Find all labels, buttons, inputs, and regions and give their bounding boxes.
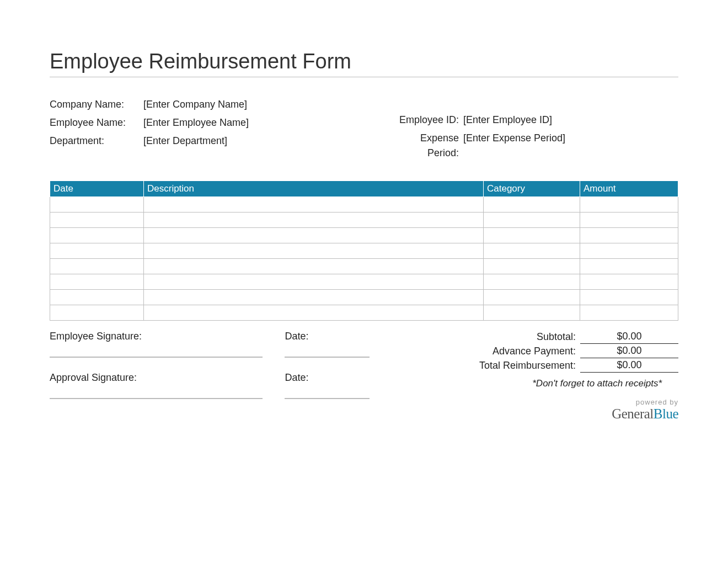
approval-signature-line[interactable]: [50, 398, 263, 399]
table-row: [50, 243, 678, 259]
table-row: [50, 259, 678, 274]
table-row: [50, 290, 678, 305]
approval-sig-date-label: Date:: [285, 372, 370, 384]
col-header-date: Date: [50, 181, 144, 197]
cell-cat[interactable]: [484, 274, 580, 290]
department-label: Department:: [50, 134, 143, 148]
cell-date[interactable]: [50, 274, 144, 290]
cell-desc[interactable]: [144, 197, 484, 213]
cell-cat[interactable]: [484, 290, 580, 305]
cell-amt[interactable]: [580, 213, 678, 228]
cell-amt[interactable]: [580, 274, 678, 290]
expense-table: Date Description Category Amount: [50, 180, 678, 321]
cell-date[interactable]: [50, 305, 144, 321]
table-row: [50, 228, 678, 243]
subtotal-label: Subtotal:: [392, 331, 580, 344]
company-name-field[interactable]: [Enter Company Name]: [143, 97, 353, 112]
employee-sig-date-label: Date:: [285, 331, 370, 342]
cell-amt[interactable]: [580, 290, 678, 305]
employee-signature-label: Employee Signature:: [50, 331, 263, 342]
approval-signature-label: Approval Signature:: [50, 372, 263, 384]
brand-powered-by: powered by: [392, 398, 678, 406]
cell-desc[interactable]: [144, 243, 484, 259]
cell-amt[interactable]: [580, 243, 678, 259]
employee-signature-line[interactable]: [50, 357, 263, 358]
company-name-label: Company Name:: [50, 97, 143, 112]
cell-date[interactable]: [50, 213, 144, 228]
receipts-note: *Don't forget to attach receipts*: [392, 378, 678, 389]
cell-date[interactable]: [50, 290, 144, 305]
brand-name-part1: General: [612, 406, 654, 421]
info-section: Company Name: [Enter Company Name] Emplo…: [50, 97, 678, 164]
table-row: [50, 274, 678, 290]
brand-name-part2: Blue: [654, 406, 678, 421]
cell-amt[interactable]: [580, 305, 678, 321]
col-header-category: Category: [484, 181, 580, 197]
cell-date[interactable]: [50, 243, 144, 259]
expense-period-label: Expense Period:: [386, 131, 463, 161]
subtotal-value: $0.00: [580, 331, 678, 344]
cell-cat[interactable]: [484, 213, 580, 228]
employee-id-label: Employee ID:: [386, 113, 463, 128]
col-header-amount: Amount: [580, 181, 678, 197]
advance-payment-label: Advance Payment:: [392, 346, 580, 358]
cell-amt[interactable]: [580, 259, 678, 274]
cell-desc[interactable]: [144, 259, 484, 274]
cell-date[interactable]: [50, 259, 144, 274]
page-title: Employee Reimbursement Form: [50, 50, 678, 77]
department-field[interactable]: [Enter Department]: [143, 134, 353, 148]
cell-desc[interactable]: [144, 305, 484, 321]
cell-date[interactable]: [50, 228, 144, 243]
cell-cat[interactable]: [484, 243, 580, 259]
employee-id-field[interactable]: [Enter Employee ID]: [463, 113, 618, 128]
cell-desc[interactable]: [144, 213, 484, 228]
cell-cat[interactable]: [484, 305, 580, 321]
approval-sig-date-line[interactable]: [285, 398, 370, 399]
cell-cat[interactable]: [484, 259, 580, 274]
cell-desc[interactable]: [144, 274, 484, 290]
table-row: [50, 213, 678, 228]
employee-sig-date-line[interactable]: [285, 357, 370, 358]
expense-period-field[interactable]: [Enter Expense Period]: [463, 131, 618, 161]
cell-date[interactable]: [50, 197, 144, 213]
total-reimbursement-label: Total Reimbursement:: [392, 360, 580, 373]
col-header-description: Description: [144, 181, 484, 197]
cell-amt[interactable]: [580, 197, 678, 213]
advance-payment-value: $0.00: [580, 345, 678, 358]
cell-desc[interactable]: [144, 228, 484, 243]
total-reimbursement-value: $0.00: [580, 359, 678, 373]
cell-amt[interactable]: [580, 228, 678, 243]
table-row: [50, 197, 678, 213]
cell-desc[interactable]: [144, 290, 484, 305]
cell-cat[interactable]: [484, 228, 580, 243]
table-row: [50, 305, 678, 321]
employee-name-label: Employee Name:: [50, 115, 143, 130]
cell-cat[interactable]: [484, 197, 580, 213]
brand-logo: powered by GeneralBlue: [392, 398, 678, 422]
employee-name-field[interactable]: [Enter Employee Name]: [143, 115, 353, 130]
